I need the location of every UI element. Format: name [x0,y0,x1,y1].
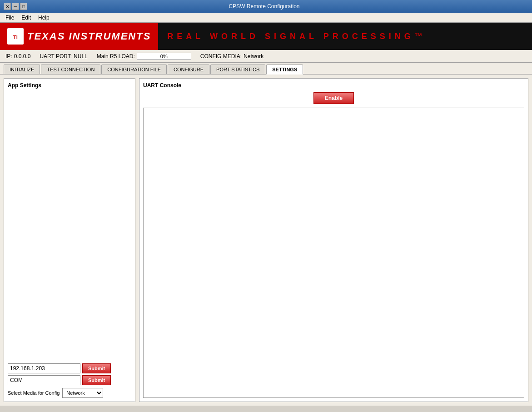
main-content: App Settings Submit Submit Select Media … [0,74,532,406]
menubar: File Edit Help [0,13,532,23]
ip-input[interactable] [8,363,80,373]
com-field-row: Submit [8,375,131,385]
com-input[interactable] [8,375,80,385]
uart-label: UART PORT: [40,53,72,60]
load-status: Main R5 LOAD: 0% [97,53,191,60]
banner-tagline: Real World Signal Processing™ [167,32,426,41]
tabs: INITIALIZE TEST CONNECTION CONFIGURATION… [0,63,532,74]
tab-configuration-file[interactable]: CONFIGURATION FILE [101,65,167,74]
enable-btn-row: Enable [143,92,524,104]
banner: TI Texas Instruments Real World Signal P… [0,23,532,50]
select-media-label: Select Media for Config [8,390,60,396]
left-panel: App Settings Submit Submit Select Media … [4,78,135,402]
ip-status: IP: 0.0.0.0 [5,53,30,60]
load-label: Main R5 LOAD: [97,53,135,60]
right-panel: UART Console Enable [139,78,528,402]
menu-help[interactable]: Help [35,14,53,22]
uart-console-textarea[interactable] [143,108,524,398]
svg-text:TI: TI [13,35,18,40]
titlebar-controls-left: ✕ ─ □ [4,3,27,10]
ip-value: 0.0.0.0 [14,53,31,60]
minimize-button[interactable]: ─ [12,3,19,10]
ti-logo-text: Texas Instruments [27,30,151,42]
ip-label: IP: [5,53,12,60]
media-select[interactable]: Network USB Serial [62,388,103,398]
menu-edit[interactable]: Edit [18,14,35,22]
load-bar-text: 0% [137,53,191,60]
tab-configure[interactable]: CONFIGURE [168,65,209,74]
menu-file[interactable]: File [2,14,18,22]
load-bar: 0% [137,53,191,60]
config-media-value: Network [244,53,264,60]
select-media-row: Select Media for Config Network USB Seri… [8,388,131,398]
uart-console-title: UART Console [143,82,524,89]
banner-right: Real World Signal Processing™ [158,23,532,50]
ip-submit-button[interactable]: Submit [82,363,111,373]
banner-left: TI Texas Instruments [0,23,158,50]
ip-field-row: Submit [8,363,131,373]
settings-fields: Submit Submit Select Media for Config Ne… [8,245,131,398]
app-settings-title: App Settings [8,82,131,89]
tab-initialize[interactable]: INITIALIZE [4,65,40,74]
config-media-status: CONFIG MEDIA: Network [200,53,264,60]
window-title: CPSW Remote Configuration [27,3,501,10]
titlebar: ✕ ─ □ CPSW Remote Configuration [0,0,532,13]
statusbar: IP: 0.0.0.0 UART PORT: NULL Main R5 LOAD… [0,50,532,63]
tab-settings[interactable]: SETTINGS [266,65,303,74]
uart-status: UART PORT: NULL [40,53,87,60]
tab-test-connection[interactable]: TEST CONNECTION [41,65,100,74]
com-submit-button[interactable]: Submit [82,375,111,385]
tab-port-statistics[interactable]: PORT STATISTICS [210,65,265,74]
config-media-label: CONFIG MEDIA: [200,53,242,60]
ti-logo-icon: TI [7,28,24,45]
close-button[interactable]: ✕ [4,3,11,10]
ti-logo: TI Texas Instruments [7,28,151,45]
enable-button[interactable]: Enable [313,92,354,104]
maximize-button[interactable]: □ [20,3,27,10]
uart-value: NULL [74,53,88,60]
